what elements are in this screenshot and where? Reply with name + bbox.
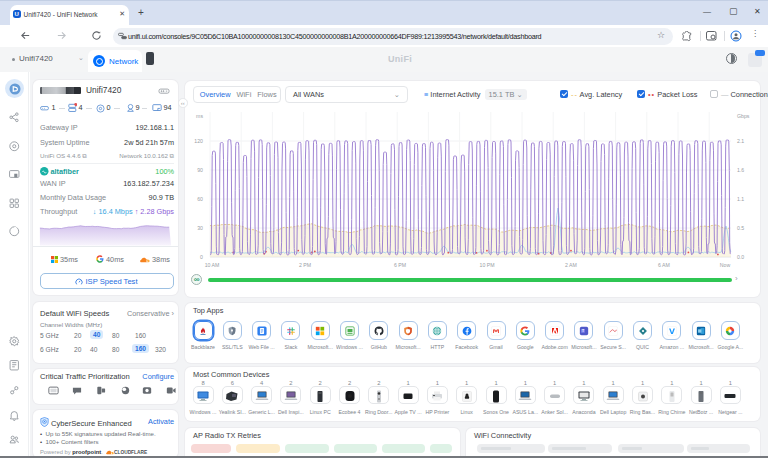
svg-text:2.1: 2.1 [737, 138, 744, 144]
svg-text:ms: ms [196, 113, 203, 119]
svg-text:0: 0 [200, 254, 203, 260]
svg-text:90: 90 [197, 167, 203, 173]
svg-text:10 AM: 10 AM [205, 262, 220, 268]
svg-text:1.1: 1.1 [737, 196, 744, 202]
svg-text:10 PM: 10 PM [480, 262, 495, 268]
svg-text:1.6: 1.6 [737, 167, 744, 173]
svg-text:60: 60 [197, 196, 203, 202]
svg-text:6 PM: 6 PM [394, 262, 406, 268]
svg-text:T: T [582, 329, 584, 333]
svg-text:Now: Now [720, 262, 731, 268]
svg-text:30: 30 [197, 225, 203, 231]
svg-text:0.5: 0.5 [737, 225, 744, 231]
svg-text:2 AM: 2 AM [565, 262, 577, 268]
svg-text:0.0: 0.0 [737, 254, 744, 260]
svg-text:6 AM: 6 AM [658, 262, 670, 268]
svg-text:120: 120 [194, 138, 203, 144]
svg-text:2 PM: 2 PM [299, 262, 311, 268]
svg-text:Gbps: Gbps [737, 113, 750, 119]
